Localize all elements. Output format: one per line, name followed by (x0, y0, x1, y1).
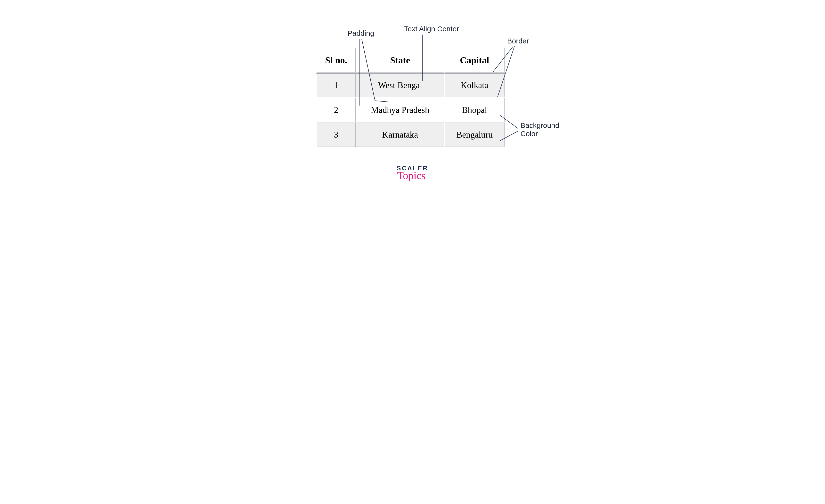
annotation-text-align: Text Align Center (404, 25, 459, 33)
cell-slno: 3 (317, 123, 356, 147)
table-row: 1 West Bengal Kolkata (317, 73, 505, 97)
cell-slno: 1 (317, 73, 356, 97)
annotation-bg-color-line2: Color (521, 130, 538, 138)
logo-topics: Topics (394, 170, 428, 181)
table-row: 3 Karnataka Bengaluru (317, 123, 505, 147)
table-header-row: Sl no. State Capital (317, 48, 505, 73)
cell-state: West Bengal (356, 73, 444, 97)
cell-capital: Bengaluru (445, 123, 505, 147)
header-capital: Capital (445, 48, 505, 73)
cell-state: Madhya Pradesh (356, 98, 444, 122)
diagram-stage: Padding Text Align Center Border Backgro… (243, 0, 583, 209)
annotation-border: Border (507, 37, 529, 45)
cell-capital: Kolkata (445, 73, 505, 97)
cell-slno: 2 (317, 98, 356, 122)
header-state: State (356, 48, 444, 73)
header-slno: Sl no. (317, 48, 356, 73)
cell-capital: Bhopal (445, 98, 505, 122)
header-divider (316, 73, 505, 74)
table-row: 2 Madhya Pradesh Bhopal (317, 98, 505, 122)
example-table-wrap: Sl no. State Capital 1 West Bengal Kolka… (316, 47, 505, 147)
cell-state: Karnataka (356, 123, 444, 147)
example-table: Sl no. State Capital 1 West Bengal Kolka… (316, 47, 505, 147)
annotation-bg-color-line1: Background (521, 121, 559, 130)
scaler-topics-logo: SCALER Topics (397, 165, 428, 181)
annotation-padding: Padding (348, 29, 374, 38)
